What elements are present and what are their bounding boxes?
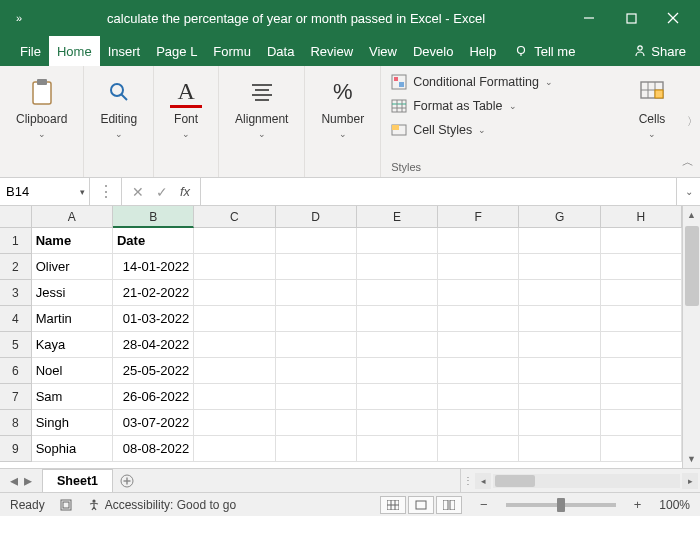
cell[interactable] bbox=[276, 332, 357, 358]
tell-me-search[interactable]: Tell me bbox=[504, 36, 585, 66]
share-button[interactable]: Share bbox=[619, 36, 700, 66]
vertical-scrollbar[interactable]: ▲ ▼ bbox=[682, 206, 700, 468]
add-sheet-button[interactable] bbox=[113, 469, 141, 492]
cell[interactable] bbox=[519, 306, 600, 332]
cell[interactable] bbox=[276, 436, 357, 462]
tab-formulas[interactable]: Formu bbox=[205, 36, 259, 66]
editing-button[interactable]: Editing⌄ bbox=[92, 72, 145, 145]
conditional-formatting-button[interactable]: Conditional Formatting ⌄ bbox=[391, 72, 610, 92]
cell[interactable] bbox=[357, 332, 438, 358]
cell[interactable] bbox=[438, 384, 519, 410]
hscroll-thumb[interactable] bbox=[495, 475, 535, 487]
zoom-slider-handle[interactable] bbox=[557, 498, 565, 512]
cell[interactable] bbox=[194, 410, 275, 436]
clipboard-button[interactable]: Clipboard⌄ bbox=[8, 72, 75, 145]
tab-help[interactable]: Help bbox=[461, 36, 504, 66]
tab-developer[interactable]: Develo bbox=[405, 36, 461, 66]
tab-view[interactable]: View bbox=[361, 36, 405, 66]
accessibility-status[interactable]: Accessibility: Good to go bbox=[87, 498, 236, 512]
sheet-nav-buttons[interactable]: ◂ ▸ bbox=[0, 469, 42, 492]
cell[interactable] bbox=[357, 436, 438, 462]
horizontal-scrollbar[interactable]: ⋮ ◂ ▸ bbox=[460, 469, 700, 492]
cell[interactable] bbox=[276, 410, 357, 436]
tab-insert[interactable]: Insert bbox=[100, 36, 149, 66]
col-header-a[interactable]: A bbox=[32, 206, 113, 228]
cell[interactable] bbox=[519, 228, 600, 254]
cell[interactable] bbox=[357, 384, 438, 410]
fx-icon[interactable]: fx bbox=[180, 184, 190, 199]
row-header[interactable]: 2 bbox=[0, 254, 32, 280]
scroll-up-icon[interactable]: ▲ bbox=[683, 206, 700, 224]
cell[interactable] bbox=[519, 358, 600, 384]
cell[interactable] bbox=[601, 228, 682, 254]
page-layout-view-button[interactable] bbox=[408, 496, 434, 514]
maximize-button[interactable] bbox=[612, 4, 650, 32]
cell[interactable]: 26-06-2022 bbox=[113, 384, 194, 410]
select-all-corner[interactable] bbox=[0, 206, 32, 228]
cell[interactable]: 03-07-2022 bbox=[113, 410, 194, 436]
cells-button[interactable]: Cells⌄ bbox=[628, 72, 676, 145]
cell[interactable] bbox=[438, 254, 519, 280]
cell[interactable] bbox=[276, 358, 357, 384]
sheet-nav-next-icon[interactable]: ▸ bbox=[24, 471, 32, 490]
cell[interactable]: Sophia bbox=[32, 436, 113, 462]
cancel-icon[interactable]: ✕ bbox=[132, 184, 144, 200]
page-break-view-button[interactable] bbox=[436, 496, 462, 514]
cell[interactable] bbox=[601, 254, 682, 280]
cell[interactable]: 14-01-2022 bbox=[113, 254, 194, 280]
row-header[interactable]: 1 bbox=[0, 228, 32, 254]
cell[interactable]: Noel bbox=[32, 358, 113, 384]
cell[interactable] bbox=[276, 228, 357, 254]
tab-page-layout[interactable]: Page L bbox=[148, 36, 205, 66]
cell[interactable] bbox=[438, 410, 519, 436]
row-header[interactable]: 4 bbox=[0, 306, 32, 332]
cell[interactable] bbox=[194, 384, 275, 410]
cell[interactable] bbox=[601, 358, 682, 384]
cell[interactable] bbox=[438, 228, 519, 254]
cell[interactable] bbox=[357, 254, 438, 280]
scroll-left-icon[interactable]: ◂ bbox=[475, 473, 491, 489]
close-button[interactable] bbox=[654, 4, 692, 32]
cell[interactable] bbox=[194, 358, 275, 384]
cell[interactable] bbox=[519, 280, 600, 306]
zoom-level[interactable]: 100% bbox=[659, 498, 690, 512]
scroll-right-icon[interactable]: ▸ bbox=[682, 473, 698, 489]
hscroll-track[interactable] bbox=[493, 474, 680, 488]
row-header[interactable]: 3 bbox=[0, 280, 32, 306]
enter-icon[interactable]: ✓ bbox=[156, 184, 168, 200]
cell[interactable] bbox=[276, 384, 357, 410]
col-header-b[interactable]: B bbox=[113, 206, 194, 228]
format-as-table-button[interactable]: Format as Table ⌄ bbox=[391, 96, 610, 116]
cell[interactable]: 21-02-2022 bbox=[113, 280, 194, 306]
row-header[interactable]: 8 bbox=[0, 410, 32, 436]
cell[interactable] bbox=[357, 410, 438, 436]
tab-review[interactable]: Review bbox=[302, 36, 361, 66]
macro-record-icon[interactable] bbox=[59, 498, 73, 512]
cell[interactable] bbox=[276, 280, 357, 306]
cell[interactable] bbox=[194, 436, 275, 462]
name-box-input[interactable] bbox=[6, 184, 66, 199]
cell[interactable] bbox=[438, 306, 519, 332]
cell[interactable]: 01-03-2022 bbox=[113, 306, 194, 332]
cell[interactable] bbox=[601, 306, 682, 332]
row-header[interactable]: 7 bbox=[0, 384, 32, 410]
cell[interactable]: 25-05-2022 bbox=[113, 358, 194, 384]
name-box[interactable]: ▾ bbox=[0, 178, 90, 205]
cell-styles-button[interactable]: Cell Styles ⌄ bbox=[391, 120, 610, 140]
cell[interactable] bbox=[519, 332, 600, 358]
sheet-tab-active[interactable]: Sheet1 bbox=[42, 469, 113, 492]
zoom-out-button[interactable]: − bbox=[476, 497, 492, 512]
cell[interactable] bbox=[357, 306, 438, 332]
cell[interactable] bbox=[438, 436, 519, 462]
number-button[interactable]: % Number⌄ bbox=[313, 72, 372, 145]
minimize-button[interactable] bbox=[570, 4, 608, 32]
cell[interactable]: Oliver bbox=[32, 254, 113, 280]
col-header-d[interactable]: D bbox=[276, 206, 357, 228]
font-button[interactable]: A Font⌄ bbox=[162, 72, 210, 145]
hscroll-grip-icon[interactable]: ⋮ bbox=[463, 475, 473, 486]
cell[interactable] bbox=[194, 280, 275, 306]
cell[interactable] bbox=[194, 306, 275, 332]
cell[interactable]: Name bbox=[32, 228, 113, 254]
col-header-c[interactable]: C bbox=[194, 206, 275, 228]
cell[interactable] bbox=[357, 228, 438, 254]
